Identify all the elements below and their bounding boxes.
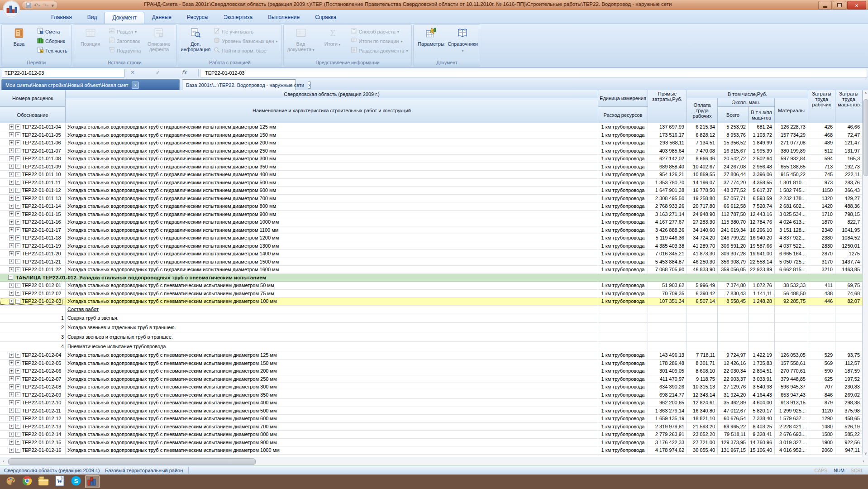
- table-row[interactable]: ++ТЕР22-01-011-19Укладка стальных водопр…: [0, 242, 863, 250]
- restore-button[interactable]: [833, 1, 846, 10]
- row-name-cell[interactable]: Укладка стальных водопроводных труб с пн…: [66, 431, 598, 438]
- formula-display-field[interactable]: ТЕР22-01-012-03: [200, 69, 867, 77]
- row-name-cell[interactable]: Укладка стальных водопроводных труб с пн…: [66, 407, 598, 415]
- row-name-cell[interactable]: Укладка стальных водопроводных труб с ги…: [66, 195, 598, 202]
- row-code-cell[interactable]: ++ТЕР22-01-012-05: [0, 360, 66, 367]
- row-name-cell[interactable]: Укладка стальных водопроводных труб с ги…: [66, 123, 598, 131]
- expand-icon[interactable]: +: [9, 172, 14, 177]
- expand-icon[interactable]: +: [15, 164, 20, 169]
- save-icon[interactable]: [26, 3, 31, 8]
- expand-icon[interactable]: +: [15, 291, 20, 296]
- ribbon-tab-2[interactable]: Вид: [80, 11, 105, 24]
- table-row[interactable]: ++ТЕР22-01-011-05Укладка стальных водопр…: [0, 131, 863, 139]
- row-name-cell[interactable]: Укладка стальных водопроводных труб с ги…: [66, 258, 598, 266]
- row-code-cell[interactable]: ++ТЕР22-01-011-19: [0, 242, 66, 250]
- row-code-cell[interactable]: ++ТЕР22-01-011-15: [0, 211, 66, 218]
- row-code-cell[interactable]: ++ТЕР22-01-011-22: [0, 266, 66, 273]
- row-code-cell[interactable]: ++ТЕР22-01-011-13: [0, 195, 66, 202]
- expand-icon[interactable]: +: [15, 172, 20, 177]
- expand-icon[interactable]: +: [9, 353, 14, 358]
- cell-reference-input[interactable]: ТЕР22-01-012-03: [2, 69, 124, 77]
- header-work-name[interactable]: Наименование и характеристика строительн…: [66, 98, 598, 123]
- row-name-cell[interactable]: Укладка стальных водопроводных труб с ги…: [66, 234, 598, 242]
- document-tab-2[interactable]: База 2001г.\...\ТЕР22. Водопровод - нару…: [182, 79, 296, 90]
- header-resources[interactable]: Расход ресурсов: [598, 107, 648, 123]
- qat-customize-button[interactable]: ▾: [51, 2, 54, 9]
- row-name-cell[interactable]: Укладка стальных водопроводных труб с ги…: [66, 218, 598, 226]
- expand-icon[interactable]: +: [15, 448, 20, 453]
- table-row[interactable]: ++ТЕР22-01-011-22Укладка стальных водопр…: [0, 266, 863, 274]
- ribbon-tab-7[interactable]: Выполнение: [260, 11, 307, 24]
- expand-icon[interactable]: +: [9, 360, 14, 365]
- expand-icon[interactable]: +: [9, 140, 14, 145]
- row-name-cell[interactable]: Укладка стальных водопроводных труб с ги…: [66, 147, 598, 155]
- expand-icon[interactable]: +: [15, 148, 20, 153]
- row-name-cell[interactable]: Укладка стальных водопроводных труб с пн…: [66, 282, 598, 289]
- header-including[interactable]: В том числе,Руб.: [687, 90, 808, 98]
- expand-icon[interactable]: +: [15, 360, 20, 365]
- row-name-cell[interactable]: Укладка стальных водопроводных труб с ги…: [66, 250, 598, 258]
- table-row[interactable]: ++ТЕР22-01-011-06Укладка стальных водопр…: [0, 139, 863, 147]
- ribbon-button[interactable]: Параметры: [415, 26, 446, 48]
- row-code-cell[interactable]: ++ТЕР22-01-011-12: [0, 187, 66, 194]
- table-row[interactable]: ++ТЕР22-01-012-07Укладка стальных водопр…: [0, 375, 863, 384]
- close-tab-icon[interactable]: x: [132, 82, 139, 89]
- taskbar-item-skype[interactable]: S: [69, 475, 83, 488]
- function-icon[interactable]: fx: [179, 69, 189, 76]
- expand-icon[interactable]: +: [9, 164, 14, 169]
- row-name-cell[interactable]: Укладка стальных водопроводных труб с ги…: [66, 211, 598, 218]
- row-code-cell[interactable]: ++ТЕР22-01-012-07: [0, 375, 66, 383]
- header-direct-costs[interactable]: Прямые затраты,Руб.: [648, 90, 687, 123]
- taskbar-item-chrome[interactable]: [20, 475, 34, 488]
- row-name-cell[interactable]: Укладка стальных водопроводных труб с ги…: [66, 226, 598, 234]
- expand-icon[interactable]: +: [15, 353, 20, 358]
- row-code-cell[interactable]: ++ТЕР22-01-012-06: [0, 367, 66, 375]
- row-name-cell[interactable]: Укладка стальных водопроводных труб с пн…: [66, 367, 598, 375]
- expand-icon[interactable]: +: [9, 188, 14, 193]
- expand-icon[interactable]: +: [15, 392, 20, 397]
- row-code-cell[interactable]: ++ТЕР22-01-011-09: [0, 163, 66, 171]
- table-row[interactable]: ++ТЕР22-01-011-17Укладка стальных водопр…: [0, 226, 863, 235]
- expand-icon[interactable]: +: [15, 408, 20, 413]
- table-row[interactable]: ++ТЕР22-01-012-10Укладка стальных водопр…: [0, 399, 863, 407]
- row-name-cell[interactable]: Укладка стальных водопроводных труб с пн…: [66, 290, 598, 297]
- ribbon-button[interactable]: Справочники ▾: [447, 26, 478, 55]
- row-code-cell[interactable]: ++ТЕР22-01-012-10: [0, 399, 66, 407]
- table-row[interactable]: ++ТЕР22-01-012-05Укладка стальных водопр…: [0, 360, 863, 368]
- work-scope-item-row[interactable]: 1Сварка труб в звенья.: [0, 313, 863, 323]
- table-row[interactable]: ++ТЕР22-01-011-07Укладка стальных водопр…: [0, 147, 863, 155]
- row-code-cell[interactable]: ++ТЕР22-01-012-09: [0, 391, 66, 399]
- row-code-cell[interactable]: ++ТЕР22-01-012-12: [0, 415, 66, 422]
- table-section-row[interactable]: −ТАБЛИЦА ТЕР22-01-012. Укладка стальных …: [0, 274, 863, 282]
- expand-icon[interactable]: +: [9, 267, 14, 272]
- table-row[interactable]: ++ТЕР22-01-011-20Укладка стальных водопр…: [0, 250, 863, 258]
- row-code-cell[interactable]: ++ТЕР22-01-011-11: [0, 179, 66, 187]
- header-region[interactable]: Свердловская область (редакция 2009 г.): [66, 90, 598, 98]
- horizontal-scrollbar[interactable]: ‹ ›: [0, 457, 868, 465]
- expand-icon[interactable]: +: [9, 243, 14, 248]
- expand-icon[interactable]: +: [15, 235, 20, 240]
- taskbar-item-explorer[interactable]: [36, 475, 51, 488]
- row-name-cell[interactable]: Укладка стальных водопроводных труб с ги…: [66, 242, 598, 250]
- expand-icon[interactable]: +: [15, 188, 20, 193]
- expand-icon[interactable]: +: [9, 204, 14, 209]
- scroll-down-icon[interactable]: ∨: [863, 451, 868, 457]
- header-unit[interactable]: Единица измерения: [598, 90, 648, 107]
- ribbon-button[interactable]: Сборник: [35, 37, 69, 45]
- taskbar-item-grand-smeta[interactable]: [85, 475, 100, 488]
- collapse-icon[interactable]: −: [15, 299, 20, 304]
- expand-icon[interactable]: +: [9, 384, 14, 389]
- document-tab-1[interactable]: Мои сметы\Новая стройка\Новый объект\Нов…: [1, 79, 180, 90]
- row-code-cell[interactable]: ++ТЕР22-01-011-20: [0, 250, 66, 258]
- table-row[interactable]: ++ТЕР22-01-012-13Укладка стальных водопр…: [0, 423, 863, 431]
- expand-icon[interactable]: +: [9, 235, 14, 240]
- ribbon-button[interactable]: Смета: [35, 28, 69, 36]
- expand-icon[interactable]: +: [9, 424, 14, 429]
- close-tab-icon[interactable]: x: [308, 82, 311, 89]
- table-row[interactable]: ++ТЕР22-01-011-16Укладка стальных водопр…: [0, 218, 863, 226]
- row-name-cell[interactable]: Укладка стальных водопроводных труб с пн…: [66, 360, 598, 367]
- row-name-cell[interactable]: Укладка стальных водопроводных труб с пн…: [66, 351, 598, 359]
- expand-icon[interactable]: +: [15, 180, 20, 185]
- row-code-cell[interactable]: ++ТЕР22-01-012-08: [0, 383, 66, 391]
- work-scope-item-row[interactable]: 3Сварка звеньев и отдельных труб в транш…: [0, 332, 863, 342]
